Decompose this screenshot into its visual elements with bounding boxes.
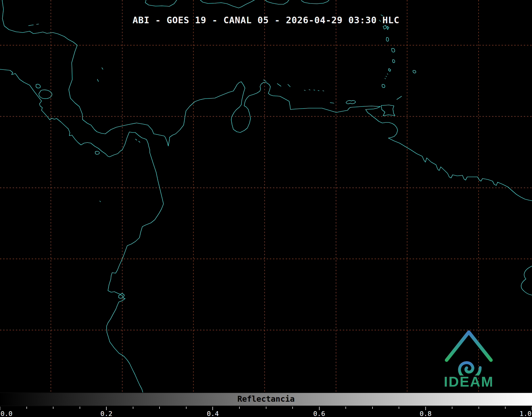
- colorbar-tick-label: 0.4: [207, 410, 219, 417]
- colorbar-minor-tick: [399, 407, 399, 409]
- coastline-islands: [29, 0, 416, 298]
- colorbar-minor-tick: [372, 407, 373, 409]
- colorbar-tick-labels: 0.00.20.40.60.81.0: [0, 410, 532, 417]
- colorbar-tick-label: 0.8: [420, 410, 431, 417]
- colorbar-minor-tick: [186, 407, 187, 409]
- product-title: ABI - GOES 19 - CANAL 05 - 2026-04-29 03…: [0, 15, 532, 25]
- colorbar-minor-tick: [266, 407, 266, 409]
- colorbar-tick-label: 0.6: [313, 410, 325, 417]
- colorbar-tick-label: 1.0: [520, 410, 531, 417]
- colorbar-minor-tick: [239, 407, 240, 409]
- ideam-logo: IDEAM: [437, 328, 501, 390]
- coastline-lakes: [36, 84, 52, 99]
- colorbar-minor-tick: [159, 407, 160, 409]
- colorbar-tick-label: 0.0: [1, 410, 12, 417]
- graticule-meridians: [51, 0, 479, 392]
- graticule-parallels: [0, 45, 532, 330]
- colorbar-tick-label: 0.2: [101, 410, 112, 417]
- ideam-logo-icon: [441, 328, 497, 375]
- colorbar-minor-tick: [505, 407, 506, 409]
- coastline-amazon-fragment: [521, 266, 532, 295]
- reflectance-colorbar: Reflectancia: [0, 392, 532, 406]
- coastline-atlantic-mainland: [2, 0, 532, 201]
- colorbar-minor-tick: [26, 407, 27, 409]
- ideam-logo-text: IDEAM: [437, 373, 501, 390]
- colorbar-minor-tick: [479, 407, 479, 409]
- colorbar-minor-tick: [345, 407, 346, 409]
- colorbar-minor-tick: [80, 407, 80, 409]
- colorbar-minor-tick: [133, 407, 133, 409]
- colorbar-minor-tick: [292, 407, 293, 409]
- satellite-image-viewport: ABI - GOES 19 - CANAL 05 - 2026-04-29 03…: [0, 0, 532, 417]
- colorbar-minor-tick: [53, 407, 53, 409]
- coastline-pacific-mainland: [0, 69, 163, 392]
- colorbar-label: Reflectancia: [0, 394, 532, 404]
- colorbar-minor-tick: [452, 407, 452, 409]
